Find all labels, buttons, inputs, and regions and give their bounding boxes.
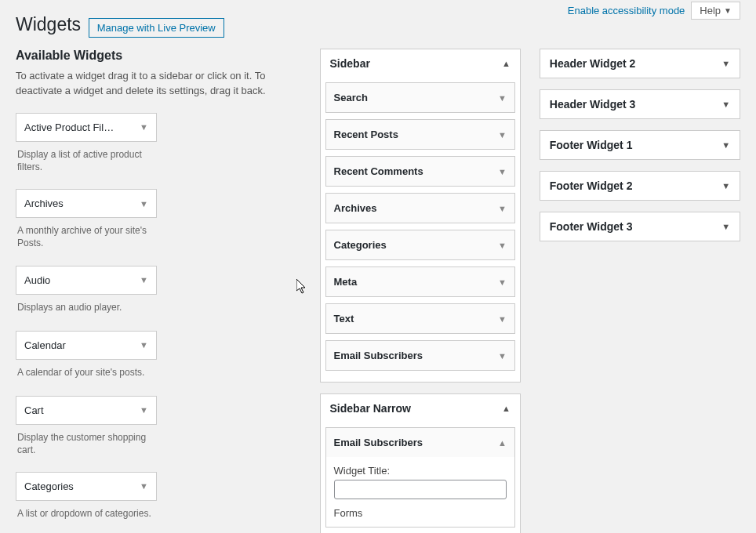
placed-widget-label: Text	[334, 313, 354, 325]
placed-widget-label: Categories	[334, 239, 387, 251]
widget-area-header[interactable]: Footer Widget 1▼	[540, 131, 740, 159]
widget-chip[interactable]: Calendar ▼	[16, 331, 157, 360]
available-widget: Categories ▼ A list or dropdown of categ…	[16, 472, 157, 532]
widget-area-header[interactable]: Footer Widget 3▼	[540, 212, 740, 241]
widgets-layout: Available Widgets To activate a widget d…	[16, 49, 740, 533]
chevron-down-icon: ▼	[498, 277, 507, 287]
placed-widget-header[interactable]: Search▼	[326, 83, 514, 112]
accessibility-mode-link[interactable]: Enable accessibility mode	[568, 5, 685, 16]
placed-widget: Categories▼	[325, 230, 515, 260]
widget-area-header[interactable]: Sidebar Narrow ▲	[321, 394, 520, 422]
chevron-down-icon: ▼	[498, 351, 507, 361]
widget-area-sidebar: Sidebar ▲ Search▼ Recent Posts▼ Recent C…	[320, 49, 521, 383]
widget-chip[interactable]: Active Product Fil… ▼	[16, 113, 157, 142]
widget-area-title: Sidebar	[330, 57, 370, 70]
chevron-up-icon: ▲	[498, 438, 507, 448]
chevron-down-icon: ▼	[140, 199, 148, 208]
placed-widget: Recent Comments▼	[325, 156, 515, 187]
placed-widget-header[interactable]: Recent Comments▼	[326, 157, 514, 186]
widget-area-title: Header Widget 2	[550, 57, 636, 70]
chevron-up-icon: ▲	[502, 404, 511, 413]
widget-label: Audio	[24, 274, 50, 286]
widget-area-title: Sidebar Narrow	[330, 402, 411, 415]
chevron-down-icon: ▼	[140, 405, 148, 415]
available-widgets-heading: Available Widgets	[16, 49, 301, 63]
placed-widget: Archives▼	[325, 193, 515, 223]
widget-description: A monthly archive of your site's Posts.	[16, 218, 157, 260]
placed-widget-header[interactable]: Email Subscribers▼	[326, 341, 514, 370]
widget-description: A calendar of your site's posts.	[16, 360, 157, 391]
placed-widget: Email Subscribers▼	[325, 340, 515, 371]
widget-chip[interactable]: Audio ▼	[16, 266, 157, 295]
chevron-down-icon: ▼	[140, 340, 148, 350]
widget-label: Active Product Fil…	[24, 121, 114, 133]
widget-chip[interactable]: Categories ▼	[16, 472, 157, 501]
chevron-down-icon: ▼	[721, 140, 730, 150]
available-widgets-description: To activate a widget drag it to a sideba…	[16, 69, 274, 99]
placed-widget: Email Subscribers ▲ Widget Title: Forms	[325, 427, 515, 528]
placed-widget: Text▼	[325, 303, 515, 334]
widget-area-header[interactable]: Header Widget 2▼	[540, 49, 740, 78]
help-toggle[interactable]: Help ▼	[691, 2, 740, 20]
placed-widget-label: Search	[334, 92, 368, 103]
widget-area-sidebar-narrow: Sidebar Narrow ▲ Email Subscribers ▲ Wid…	[320, 393, 521, 533]
widget-label: Calendar	[24, 339, 66, 351]
widget-description: Display a list of active product filters…	[16, 142, 157, 184]
widget-description: Displays an audio player.	[16, 295, 157, 326]
chevron-down-icon: ▼	[498, 204, 507, 213]
chevron-down-icon: ▼	[140, 275, 148, 285]
widget-label: Archives	[24, 198, 64, 209]
chevron-down-icon: ▼	[724, 6, 732, 15]
widget-area-header[interactable]: Header Widget 3▼	[540, 90, 740, 118]
placed-widget-header[interactable]: Recent Posts▼	[326, 120, 514, 149]
widget-area: Header Widget 2▼	[540, 49, 740, 78]
placed-widget: Meta▼	[325, 266, 515, 297]
placed-widget-form: Widget Title: Forms	[326, 457, 514, 527]
help-label: Help	[700, 5, 721, 16]
placed-widget-header[interactable]: Archives▼	[326, 194, 514, 223]
page-title: Widgets	[16, 0, 81, 35]
placed-widget: Recent Posts▼	[325, 119, 515, 150]
widget-title-input[interactable]	[334, 480, 507, 499]
widget-area-title: Footer Widget 3	[550, 220, 633, 233]
widget-area: Footer Widget 2▼	[540, 171, 740, 201]
chevron-down-icon: ▼	[498, 241, 507, 250]
chevron-down-icon: ▼	[721, 222, 730, 231]
placed-widget-header[interactable]: Meta▼	[326, 267, 514, 296]
widget-description: Display the customer shopping cart.	[16, 425, 157, 467]
widget-area-header[interactable]: Footer Widget 2▼	[540, 172, 740, 200]
placed-widget-label: Recent Posts	[334, 129, 398, 140]
widget-area-title: Footer Widget 2	[550, 179, 633, 192]
placed-widget-header[interactable]: Email Subscribers ▲	[326, 428, 514, 457]
placed-widget-label: Meta	[334, 276, 358, 288]
placed-widget-label: Email Subscribers	[334, 350, 423, 361]
chevron-down-icon: ▼	[721, 100, 730, 109]
widget-label: Categories	[24, 480, 74, 492]
widget-title-label: Widget Title:	[334, 465, 507, 477]
placed-widget-header[interactable]: Text▼	[326, 304, 514, 333]
widget-label: Cart	[24, 404, 44, 416]
widget-area: Footer Widget 1▼	[540, 130, 740, 160]
chevron-down-icon: ▼	[721, 59, 730, 68]
chevron-down-icon: ▼	[721, 181, 730, 190]
right-widget-areas-column: Header Widget 2▼ Header Widget 3▼ Footer…	[540, 49, 740, 533]
widget-chip[interactable]: Archives ▼	[16, 189, 157, 218]
middle-widget-areas-column: Sidebar ▲ Search▼ Recent Posts▼ Recent C…	[320, 49, 521, 533]
placed-widget-label: Email Subscribers	[334, 437, 423, 448]
widget-area-body: Search▼ Recent Posts▼ Recent Comments▼ A…	[321, 78, 520, 382]
chevron-down-icon: ▼	[498, 130, 507, 140]
widget-chip[interactable]: Cart ▼	[16, 396, 157, 425]
widget-area-title: Header Widget 3	[550, 98, 636, 111]
widget-area-title: Footer Widget 1	[550, 139, 633, 151]
available-widget: Active Product Fil… ▼ Display a list of …	[16, 113, 157, 184]
widget-description: A list or dropdown of categories.	[16, 501, 157, 532]
widget-area: Header Widget 3▼	[540, 89, 740, 119]
chevron-up-icon: ▲	[502, 59, 511, 68]
chevron-down-icon: ▼	[140, 122, 148, 132]
chevron-down-icon: ▼	[140, 481, 148, 491]
available-widget: Cart ▼ Display the customer shopping car…	[16, 396, 157, 467]
widget-area-header[interactable]: Sidebar ▲	[321, 49, 520, 78]
chevron-down-icon: ▼	[498, 93, 507, 103]
live-preview-button[interactable]: Manage with Live Preview	[89, 18, 224, 38]
placed-widget-header[interactable]: Categories▼	[326, 230, 514, 259]
